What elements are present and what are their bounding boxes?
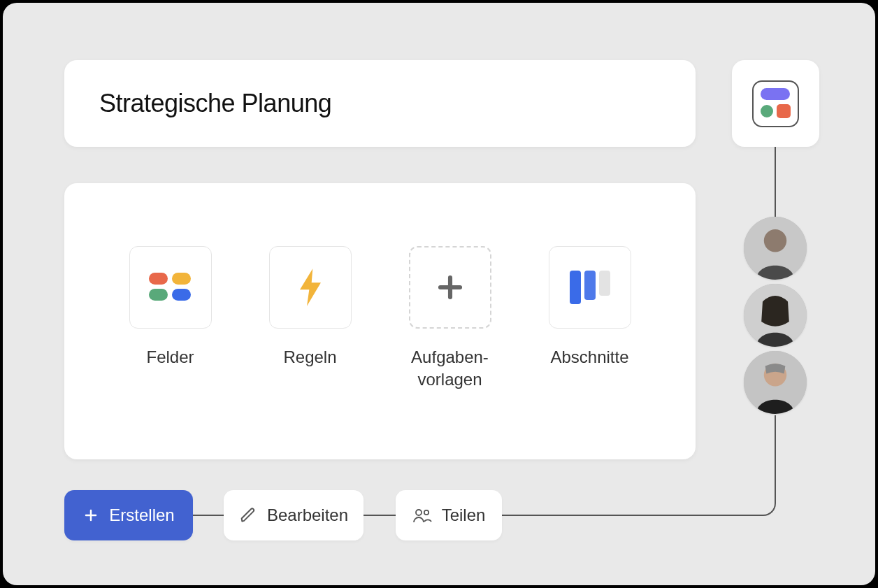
button-label: Teilen	[442, 505, 486, 525]
connector-line	[775, 415, 776, 499]
option-rules[interactable]: Regeln	[269, 246, 352, 368]
option-task-templates[interactable]: Aufgaben- vorlagen	[409, 246, 491, 392]
connector-line	[502, 515, 754, 516]
svg-point-8	[424, 510, 428, 515]
option-label: Regeln	[283, 346, 336, 368]
connector-line	[364, 515, 396, 516]
fields-icon	[129, 246, 212, 329]
connector-line	[775, 147, 776, 217]
canvas: Strategische Planung Felder	[3, 3, 875, 585]
plus-icon	[409, 246, 491, 329]
bundle-icon	[752, 80, 799, 127]
title-card: Strategische Planung	[64, 60, 696, 147]
option-label: Felder	[146, 346, 194, 368]
button-label: Erstellen	[109, 505, 174, 525]
svg-marker-0	[300, 268, 321, 306]
people-icon	[412, 506, 432, 524]
avatar[interactable]	[744, 284, 807, 347]
option-sections[interactable]: Abschnitte	[549, 246, 631, 368]
options-card: Felder Regeln Aufgaben- vorlagen	[64, 183, 696, 459]
create-button[interactable]: Erstellen	[64, 490, 193, 540]
avatar[interactable]	[744, 217, 807, 280]
connector-corner	[752, 498, 776, 516]
svg-point-2	[764, 229, 786, 252]
option-label: Abschnitte	[550, 346, 628, 368]
button-label: Bearbeiten	[267, 505, 348, 525]
share-button[interactable]: Teilen	[396, 490, 502, 540]
edit-button[interactable]: Bearbeiten	[224, 490, 364, 540]
svg-point-7	[416, 510, 422, 515]
bundle-logo-card[interactable]	[732, 60, 819, 147]
pencil-icon	[239, 506, 257, 524]
page-title: Strategische Planung	[99, 89, 331, 118]
plus-icon	[82, 507, 99, 524]
lightning-icon	[269, 246, 352, 329]
connector-line	[193, 515, 224, 516]
avatar[interactable]	[744, 351, 807, 414]
columns-icon	[549, 246, 631, 329]
option-label: Aufgaben- vorlagen	[411, 346, 489, 392]
option-fields[interactable]: Felder	[129, 246, 212, 368]
